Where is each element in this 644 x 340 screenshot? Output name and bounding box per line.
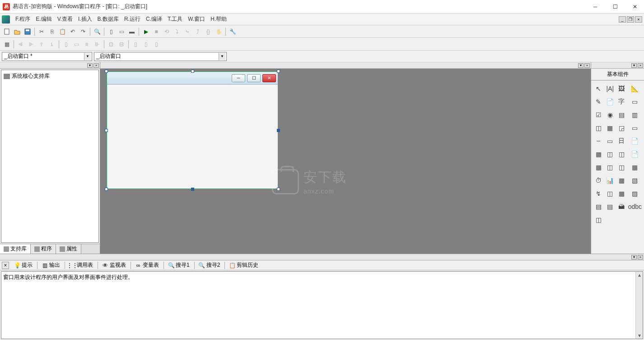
palette-item-8[interactable]: ☑ — [593, 109, 604, 121]
palette-item-24[interactable]: ▦ — [593, 161, 604, 174]
bottom-close-button[interactable]: × — [638, 255, 643, 260]
palette-item-41[interactable] — [605, 213, 616, 226]
palette-item-14[interactable]: ◲ — [616, 122, 627, 134]
menu-file[interactable]: F.程序 — [13, 14, 33, 24]
save-button[interactable] — [23, 27, 33, 37]
resize-handle-w[interactable] — [105, 129, 108, 132]
minimize-button[interactable]: ─ — [589, 2, 602, 12]
menu-insert[interactable]: I.插入 — [75, 14, 95, 24]
open-button[interactable] — [12, 27, 22, 37]
palette-item-4[interactable]: ✎ — [593, 95, 604, 108]
palette-item-3[interactable]: 📐 — [628, 82, 642, 95]
design-close-button[interactable]: ✕ — [262, 74, 276, 82]
combo-arrow-icon[interactable]: ▼ — [84, 53, 91, 60]
palette-item-34[interactable]: ▦ — [616, 187, 627, 200]
palette-item-19[interactable]: 📄 — [628, 135, 642, 147]
paste-button[interactable]: 📋 — [57, 27, 67, 37]
palette-item-20[interactable]: ▦ — [593, 148, 604, 161]
palette-item-13[interactable]: ▦ — [605, 122, 616, 134]
tab-library[interactable]: 支持库 — [0, 244, 31, 254]
palette-item-38[interactable]: 🏔 — [616, 200, 627, 213]
resize-handle-se[interactable] — [277, 188, 280, 191]
menu-tools[interactable]: T.工具 — [165, 14, 185, 24]
design-maximize-button[interactable]: ☐ — [247, 74, 261, 82]
palette-item-40[interactable]: ◫ — [593, 213, 604, 226]
palette-item-43[interactable] — [628, 213, 642, 226]
layout1-button[interactable]: ▯ — [106, 27, 116, 37]
copy-button[interactable]: ⎘ — [47, 27, 57, 37]
palette-min-button[interactable]: ▾ — [631, 63, 637, 68]
find-button[interactable]: 🔍 — [92, 27, 102, 37]
palette-item-27[interactable]: ▦ — [628, 161, 642, 174]
design-window-titlebar[interactable]: ─ ☐ ✕ — [107, 72, 278, 85]
tab-output[interactable]: ▥输出 — [39, 260, 63, 270]
combo-event[interactable]: _启动窗口 ▼ — [94, 52, 227, 61]
tab-hint[interactable]: 💡提示 — [12, 260, 35, 270]
resize-handle-nw[interactable] — [105, 70, 108, 73]
palette-item-25[interactable]: ◫ — [605, 161, 616, 174]
palette-item-9[interactable]: ◉ — [605, 109, 616, 121]
panel-close-button[interactable]: × — [93, 63, 99, 68]
palette-item-42[interactable] — [616, 213, 627, 226]
mdi-close-button[interactable]: × — [635, 16, 642, 23]
palette-item-21[interactable]: ◫ — [605, 148, 616, 161]
palette-item-23[interactable]: 📄 — [628, 148, 642, 161]
palette-item-6[interactable]: 字 — [616, 95, 627, 108]
menu-database[interactable]: B.数据库 — [95, 14, 121, 24]
resize-handle-e[interactable] — [277, 129, 280, 132]
palette-item-30[interactable]: ▦ — [616, 174, 627, 187]
palette-item-1[interactable]: |A| — [605, 82, 616, 95]
menu-run[interactable]: R.运行 — [121, 14, 143, 24]
canvas-close-button[interactable]: × — [584, 63, 590, 68]
palette-item-33[interactable]: ◫ — [605, 187, 616, 200]
palette-item-10[interactable]: ▤ — [616, 109, 627, 121]
palette-item-16[interactable]: ┄ — [593, 135, 604, 147]
grid-button[interactable]: ▦ — [2, 39, 12, 49]
mdi-minimize-button[interactable]: _ — [619, 16, 626, 23]
palette-item-26[interactable]: ◫ — [616, 161, 627, 174]
tab-search2[interactable]: 🔍搜寻2 — [196, 260, 223, 270]
palette-item-17[interactable]: ▭ — [605, 135, 616, 147]
palette-item-37[interactable]: ▤ — [605, 200, 616, 213]
palette-item-7[interactable]: ▭ — [628, 95, 642, 108]
library-tree[interactable]: 系统核心支持库 — [1, 70, 99, 243]
tab-search1[interactable]: 🔍搜寻1 — [166, 260, 192, 270]
palette-item-5[interactable]: 📄 — [605, 95, 616, 108]
maximize-button[interactable]: ☐ — [609, 2, 621, 12]
tab-clipboard[interactable]: 📋剪辑历史 — [227, 260, 261, 270]
tree-item-root[interactable]: 系统核心支持库 — [3, 72, 97, 80]
cut-button[interactable]: ✂ — [37, 27, 47, 37]
canvas-min-button[interactable]: ▾ — [578, 63, 583, 68]
menu-edit[interactable]: E.编辑 — [33, 14, 54, 24]
combo-arrow-icon[interactable]: ▼ — [219, 53, 225, 60]
palette-item-31[interactable]: ▧ — [628, 174, 642, 187]
palette-item-2[interactable]: 🖼 — [616, 82, 627, 95]
resize-handle-sw[interactable] — [105, 188, 108, 191]
undo-button[interactable]: ↶ — [68, 27, 78, 37]
menu-help[interactable]: H.帮助 — [208, 14, 229, 24]
scrollbar-vertical[interactable]: ▴▾ — [635, 272, 643, 339]
layout3-button[interactable]: ▬ — [127, 27, 137, 37]
design-window-body[interactable] — [107, 85, 278, 189]
palette-item-32[interactable]: ↯ — [593, 187, 604, 200]
palette-item-0[interactable]: ↖ — [593, 82, 604, 95]
layout2-button[interactable]: ▭ — [117, 27, 126, 37]
palette-item-28[interactable]: ⏱ — [593, 174, 604, 187]
redo-button[interactable]: ↷ — [78, 27, 88, 37]
help-tool-button[interactable]: 🔧 — [228, 27, 238, 37]
resize-handle-ne[interactable] — [277, 70, 280, 73]
tab-watch[interactable]: 👁监视表 — [100, 260, 129, 270]
palette-item-12[interactable]: ◫ — [593, 122, 604, 134]
design-canvas[interactable]: ─ ☐ ✕ 安下载 anxz.com — [100, 69, 591, 254]
panel-min-button[interactable]: ▾ — [87, 63, 93, 68]
design-window[interactable]: ─ ☐ ✕ — [107, 71, 278, 189]
bottom-close-x[interactable]: × — [2, 262, 9, 269]
resize-handle-n[interactable] — [191, 70, 194, 73]
palette-item-22[interactable]: ◫ — [616, 148, 627, 161]
tab-vars[interactable]: ∞变量表 — [133, 260, 162, 270]
combo-object[interactable]: _启动窗口 * ▼ — [2, 52, 92, 61]
mdi-restore-button[interactable]: ❐ — [627, 16, 634, 23]
palette-item-18[interactable]: 日 — [616, 135, 627, 147]
new-button[interactable] — [2, 27, 12, 37]
palette-item-15[interactable]: ▭ — [628, 122, 642, 134]
